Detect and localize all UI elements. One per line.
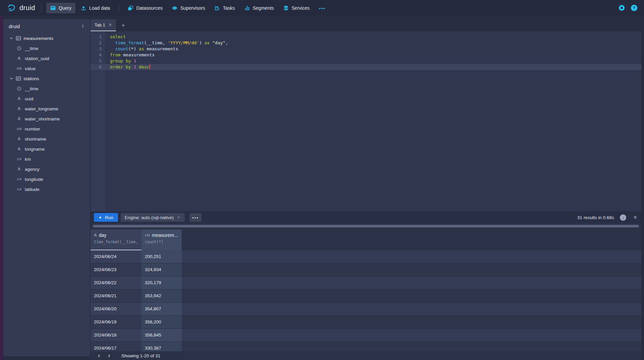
sidebar-column-latitude[interactable]: 1.0latitude <box>3 184 90 194</box>
sidebar-column-agency[interactable]: Aagency <box>3 164 90 174</box>
cell-measurements: 353,942 <box>141 290 182 302</box>
sidebar-column-km[interactable]: 1.0km <box>3 154 90 164</box>
column-name: longitude <box>25 177 43 182</box>
application-icon <box>50 5 56 11</box>
nav-item-more[interactable]: ••• <box>315 3 330 13</box>
sidebar-column-longitude[interactable]: 1.0longitude <box>3 174 90 184</box>
sidebar-column-station_uuid[interactable]: Astation_uuid <box>3 53 90 63</box>
integer-type-icon: 123 <box>15 67 23 70</box>
query-more-button[interactable]: ••• <box>189 213 201 222</box>
sidebar-column-__time[interactable]: __time <box>3 43 90 53</box>
sql-token: 'YYYY/MM/dd' <box>168 40 199 45</box>
pagination-bar: Showing 1-20 of 31 <box>91 351 641 360</box>
table-row[interactable]: 2024/06/20354,807 <box>91 303 641 316</box>
results-rows: 2024/06/24200,2512024/06/23324,9342024/0… <box>91 250 641 355</box>
sidebar-column-number[interactable]: 123number <box>3 124 90 134</box>
cell-measurements: 354,807 <box>141 303 182 315</box>
play-icon <box>99 216 102 219</box>
column-name: value <box>25 66 36 71</box>
table-row[interactable]: 2024/06/19356,200 <box>91 316 641 329</box>
sidebar-column-longname[interactable]: Alongname <box>3 144 90 154</box>
table-row[interactable]: 2024/06/22320,179 <box>91 276 641 290</box>
sidebar-column-__time[interactable]: __time <box>3 84 90 94</box>
prev-page-button[interactable] <box>94 354 104 358</box>
nav-item-tasks[interactable]: Tasks <box>211 3 239 13</box>
column-name: __time <box>25 46 39 51</box>
sql-token: as <box>139 46 144 51</box>
double-caret-vertical-icon[interactable] <box>80 24 85 29</box>
sql-editor[interactable]: 123456 select time_format(__time, 'YYYY/… <box>91 31 641 211</box>
sql-token: as <box>204 40 210 45</box>
cell-day: 2024/06/24 <box>91 250 141 263</box>
sidebar-table-stations[interactable]: stations <box>3 73 90 84</box>
sidebar-column-value[interactable]: 123value <box>3 63 90 73</box>
column-label: day <box>99 233 107 238</box>
nav-divider <box>119 4 119 12</box>
sidebar-column-shortname[interactable]: Ashortname <box>3 134 90 144</box>
column-name: uuid <box>25 96 34 101</box>
nav-item-load-data[interactable]: Load data <box>77 3 114 13</box>
sidebar-column-water_longname[interactable]: Awater_longname <box>3 104 90 114</box>
sidebar-column-water_shortname[interactable]: Awater_shortname <box>3 114 90 124</box>
sql-token: (__time, <box>144 40 168 45</box>
chevron-down-icon[interactable] <box>9 76 13 81</box>
cell-day: 2024/06/20 <box>91 303 141 315</box>
druid-logo-icon <box>7 3 16 12</box>
tab-query-1[interactable]: Tab 1 ✕ <box>91 19 116 31</box>
column-name: Aday <box>94 233 138 238</box>
nav-item-supervisors[interactable]: Supervisors <box>168 3 209 13</box>
schema-tree: measurements__timeAstation_uuid123values… <box>3 33 90 194</box>
string-type-icon: A <box>15 137 23 141</box>
table-row[interactable]: 2024/06/18356,845 <box>91 329 641 342</box>
nav-item-segments[interactable]: Segments <box>240 3 278 13</box>
cell-measurements: 356,845 <box>141 329 182 342</box>
tab-close-icon[interactable]: ✕ <box>109 22 112 27</box>
column-header-1[interactable]: Adaytime_format(__time, … <box>91 229 141 250</box>
table-row[interactable]: 2024/06/21353,942 <box>91 290 641 303</box>
nav-item-label: Supervisors <box>180 5 205 11</box>
column-header-2[interactable]: 123measurem...count(*) <box>141 229 182 250</box>
nav-settings-button[interactable] <box>619 5 625 11</box>
run-button-label: Run <box>105 215 113 220</box>
string-type-icon: A <box>15 116 23 121</box>
column-name: longname <box>25 147 45 152</box>
add-tab-button[interactable]: + <box>121 22 125 31</box>
column-name: water_shortname <box>25 116 60 121</box>
nav-help-button[interactable]: ? <box>631 5 637 11</box>
nav-item-label: Tasks <box>223 5 235 11</box>
nav-item-services[interactable]: Services <box>279 3 314 13</box>
table-row[interactable]: 2024/06/24200,251 <box>91 250 641 263</box>
table-row[interactable]: 2024/06/23324,934 <box>91 263 641 276</box>
nav-item-datasources[interactable]: Datasources <box>124 3 167 13</box>
line-number: 1 <box>91 34 105 40</box>
text-cursor <box>150 64 150 69</box>
sidebar-table-measurements[interactable]: measurements <box>3 33 90 43</box>
clock-icon <box>15 86 23 91</box>
engine-select[interactable]: Engine: auto (sql-native) <box>121 213 185 222</box>
column-expression: count(*) <box>145 240 178 244</box>
pagination-label: Showing 1-20 of 31 <box>121 353 160 358</box>
schema-header: druid <box>3 19 90 33</box>
close-results-icon[interactable]: ✕ <box>633 214 637 220</box>
cell-measurements: 324,934 <box>141 263 182 276</box>
nav-item-query[interactable]: Query <box>46 3 75 13</box>
next-page-button[interactable] <box>104 354 114 358</box>
column-expression: time_format(__time, … <box>94 240 138 244</box>
string-type-icon: A <box>15 106 23 111</box>
sql-token: group by <box>110 58 131 63</box>
horizontal-scrollbar-thumb[interactable] <box>93 225 639 227</box>
brand[interactable]: druid <box>5 3 37 12</box>
sidebar-column-uuid[interactable]: Auuid <box>3 94 90 104</box>
query-workspace: Tab 1 ✕ + 123456 select time_format(__ti… <box>91 19 641 360</box>
float-type-icon: 1.0 <box>15 177 23 181</box>
gantt-icon <box>215 5 220 11</box>
schema-title: druid <box>9 23 20 29</box>
string-type-icon: A <box>15 96 23 101</box>
nav-item-label: Segments <box>253 5 274 11</box>
sql-token: 1 <box>133 58 136 63</box>
run-button[interactable]: Run <box>94 213 118 222</box>
chevron-down-icon[interactable] <box>9 36 13 40</box>
download-icon[interactable]: ↓ <box>620 214 626 221</box>
navbar-items: QueryLoad dataDatasourcesSupervisorsTask… <box>37 3 330 13</box>
editor-code[interactable]: select time_format(__time, 'YYYY/MM/dd')… <box>105 31 641 211</box>
